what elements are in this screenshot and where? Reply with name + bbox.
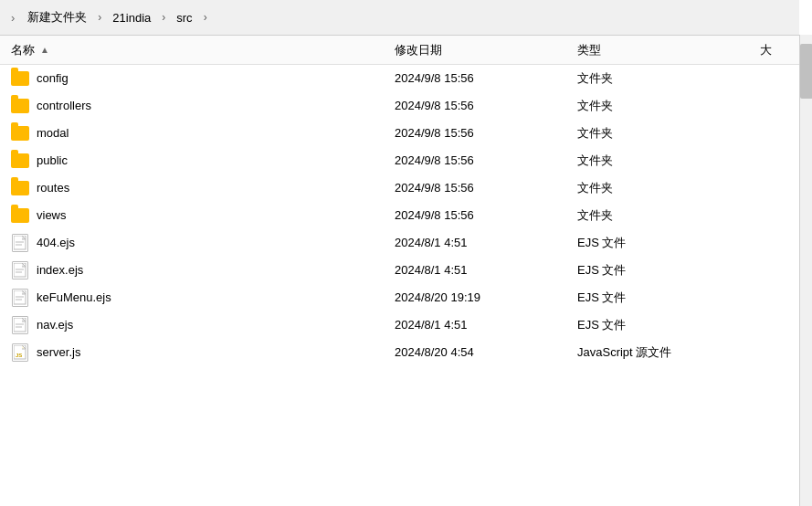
file-date: 2024/9/8 15:56 <box>395 153 577 167</box>
file-type: JavaScript 源文件 <box>577 344 760 361</box>
breadcrumb-sep-0: › <box>98 11 101 24</box>
file-explorer: › 新建文件夹 › 21india › src › 名称 ▲ 修改日期 <box>0 0 812 506</box>
file-icon-wrap <box>11 206 29 225</box>
col-size-label: 大 <box>760 43 772 57</box>
ejs-file-icon <box>12 289 28 307</box>
file-date: 2024/8/1 4:51 <box>395 236 577 249</box>
sort-arrow-up: ▲ <box>40 45 49 55</box>
file-icon-wrap <box>11 179 29 197</box>
js-file-icon: JS <box>12 343 28 362</box>
file-date: 2024/8/1 4:51 <box>395 263 577 277</box>
file-icon-wrap <box>11 316 29 334</box>
table-row[interactable]: keFuMenu.ejs 2024/8/20 19:19 EJS 文件 <box>0 284 799 311</box>
col-header-type[interactable]: 类型 <box>577 42 760 58</box>
table-row[interactable]: controllers 2024/9/8 15:56 文件夹 <box>0 92 799 120</box>
file-list: config 2024/9/8 15:56 文件夹 controllers 20… <box>0 65 799 366</box>
folder-icon <box>11 71 29 86</box>
breadcrumb-item-0[interactable]: 新建文件夹 <box>22 7 92 27</box>
file-icon-wrap <box>11 124 29 142</box>
file-date: 2024/9/8 15:56 <box>395 208 577 222</box>
ejs-file-icon <box>12 261 28 279</box>
table-row[interactable]: index.ejs 2024/8/1 4:51 EJS 文件 <box>0 257 799 284</box>
file-date: 2024/8/20 19:19 <box>395 290 577 304</box>
breadcrumb-label-0: 新建文件夹 <box>27 9 87 26</box>
file-name-cell: routes <box>11 179 395 197</box>
ejs-file-icon <box>12 234 28 252</box>
file-icon-wrap <box>11 261 29 279</box>
file-type: 文件夹 <box>577 207 760 224</box>
col-header-name[interactable]: 名称 ▲ <box>11 42 395 58</box>
table-row[interactable]: JS server.js 2024/8/20 4:54 JavaScript 源… <box>0 339 799 366</box>
file-name: nav.ejs <box>37 318 73 332</box>
column-headers: 名称 ▲ 修改日期 类型 大 <box>0 36 799 65</box>
file-date: 2024/8/20 4:54 <box>395 345 577 359</box>
table-row[interactable]: routes 2024/9/8 15:56 文件夹 <box>0 174 799 202</box>
ejs-file-icon <box>12 316 28 334</box>
file-name: server.js <box>37 345 80 359</box>
table-row[interactable]: 404.ejs 2024/8/1 4:51 EJS 文件 <box>0 229 799 257</box>
folder-icon <box>11 99 29 113</box>
file-icon-wrap: JS <box>11 343 29 362</box>
table-row[interactable]: nav.ejs 2024/8/1 4:51 EJS 文件 <box>0 311 799 339</box>
file-name: 404.ejs <box>37 236 75 249</box>
file-icon-wrap <box>11 289 29 307</box>
file-name-cell: config <box>11 69 395 88</box>
file-name: public <box>37 153 68 167</box>
file-type: EJS 文件 <box>577 262 760 279</box>
file-icon-wrap <box>11 97 29 115</box>
folder-icon <box>11 126 29 141</box>
breadcrumb-sep-2: › <box>204 11 207 24</box>
folder-icon <box>11 181 29 195</box>
file-type: 文件夹 <box>577 70 760 87</box>
svg-text:JS: JS <box>16 353 22 358</box>
breadcrumb-bar: › 新建文件夹 › 21india › src › <box>0 0 799 36</box>
file-icon-wrap <box>11 69 29 88</box>
file-icon-wrap <box>11 152 29 170</box>
col-name-label: 名称 <box>11 42 35 58</box>
file-type: EJS 文件 <box>577 235 760 251</box>
table-row[interactable]: views 2024/9/8 15:56 文件夹 <box>0 202 799 229</box>
breadcrumb-arrow-left: › <box>11 11 15 25</box>
folder-icon <box>11 208 29 223</box>
col-type-label: 类型 <box>577 43 601 57</box>
breadcrumb-sep-1: › <box>162 11 165 24</box>
table-row[interactable]: config 2024/9/8 15:56 文件夹 <box>0 65 799 92</box>
file-name: controllers <box>37 99 91 112</box>
file-name: config <box>37 71 69 85</box>
table-row[interactable]: public 2024/9/8 15:56 文件夹 <box>0 147 799 174</box>
scrollbar-thumb[interactable] <box>800 44 812 99</box>
breadcrumb-label-2: src <box>176 11 192 25</box>
file-name: routes <box>37 181 69 195</box>
file-name-cell: keFuMenu.ejs <box>11 289 395 307</box>
file-name-cell: public <box>11 152 395 170</box>
col-date-label: 修改日期 <box>395 43 442 57</box>
file-type: 文件夹 <box>577 98 760 114</box>
file-date: 2024/8/1 4:51 <box>395 318 577 332</box>
file-icon-wrap <box>11 234 29 252</box>
breadcrumb-item-2[interactable]: src <box>171 9 197 26</box>
file-name-cell: 404.ejs <box>11 234 395 252</box>
file-type: EJS 文件 <box>577 317 760 333</box>
file-name: index.ejs <box>37 263 83 277</box>
file-date: 2024/9/8 15:56 <box>395 181 577 195</box>
breadcrumb-item-1[interactable]: 21india <box>107 9 156 26</box>
folder-icon <box>11 153 29 168</box>
file-name-cell: controllers <box>11 97 395 115</box>
col-header-size[interactable]: 大 <box>760 42 772 58</box>
file-date: 2024/9/8 15:56 <box>395 126 577 140</box>
file-name-cell: modal <box>11 124 395 142</box>
file-name: views <box>37 208 67 222</box>
file-name-cell: views <box>11 206 395 225</box>
file-type: 文件夹 <box>577 153 760 169</box>
file-name-cell: nav.ejs <box>11 316 395 334</box>
file-name-cell: JS server.js <box>11 343 395 362</box>
file-name-cell: index.ejs <box>11 261 395 279</box>
breadcrumb-label-1: 21india <box>112 11 151 25</box>
file-type: 文件夹 <box>577 180 760 196</box>
table-row[interactable]: modal 2024/9/8 15:56 文件夹 <box>0 120 799 147</box>
col-header-date[interactable]: 修改日期 <box>395 42 577 58</box>
file-name: modal <box>37 126 69 140</box>
vertical-scrollbar[interactable] <box>799 35 812 506</box>
file-type: 文件夹 <box>577 125 760 142</box>
file-type: EJS 文件 <box>577 290 760 306</box>
